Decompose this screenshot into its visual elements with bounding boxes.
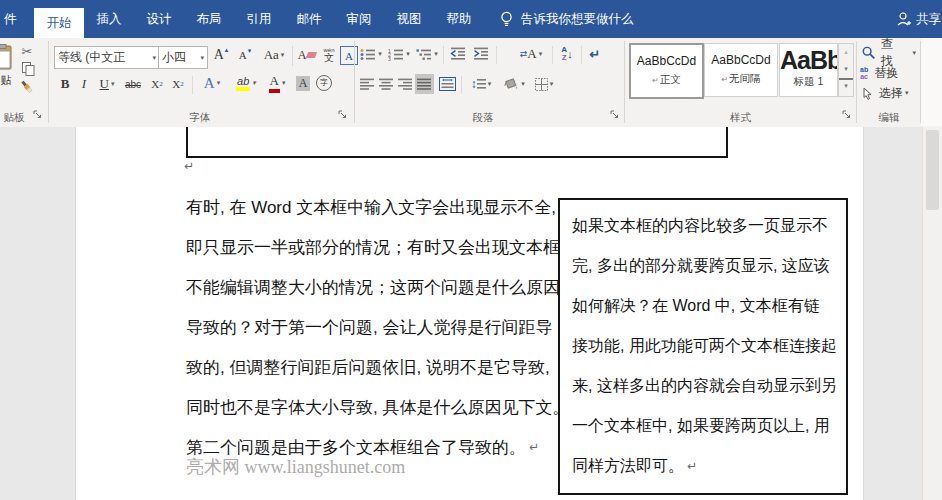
superscript-button[interactable]: X2 [168, 74, 188, 94]
asian-layout-arrows: ⇄ [520, 49, 528, 59]
text-line[interactable]: 接功能, 用此功能可两个文本框连接起 [572, 326, 834, 366]
italic-button[interactable]: I [76, 74, 92, 94]
tab-insert[interactable]: 插入 [84, 0, 134, 38]
document-page[interactable]: ↵ 有时, 在 Word 文本框中输入文字会出现显示不全, 即只显示一半或部分的… [75, 127, 864, 500]
text-line[interactable]: 来, 这样多出的内容就会自动显示到另 [572, 366, 834, 406]
line-spacing-lines [477, 78, 486, 90]
text-line[interactable]: 完, 多出的部分就要跨页显示, 这应该 [572, 246, 834, 286]
text-effects-button[interactable]: A▾ [197, 72, 227, 94]
bullets-button[interactable]: ▾ [358, 45, 384, 63]
style-card-no-spacing[interactable]: AaBbCcDd ↵无间隔 [704, 43, 778, 97]
phonetic-guide-button[interactable]: wén文 [319, 42, 339, 68]
clipboard-dialog-launcher[interactable] [33, 110, 43, 120]
character-shading-button[interactable]: A [294, 74, 312, 92]
paste-button[interactable] [0, 42, 16, 72]
character-border-button[interactable]: A [340, 46, 358, 65]
shading-button[interactable]: ▾ [500, 74, 528, 94]
align-center-icon [379, 78, 394, 90]
tell-me-box[interactable]: 告诉我你想要做什么 [500, 0, 634, 38]
share-button[interactable]: 共享 [896, 0, 942, 38]
justify-button[interactable] [415, 74, 434, 94]
format-painter-icon[interactable] [18, 79, 36, 95]
tab-view[interactable]: 视图 [384, 0, 434, 38]
multilevel-list-button[interactable]: ▾ [414, 45, 440, 63]
text-line[interactable]: 同样方法即可。↵ [572, 446, 834, 486]
clear-formatting-button[interactable]: A [296, 44, 318, 66]
cut-icon[interactable]: ✂ [18, 43, 36, 59]
text-line[interactable]: 有时, 在 Word 文本框中输入文字会出现显示不全, [186, 187, 566, 227]
text-line[interactable]: 同时也不是字体大小导致, 具体是什么原因见下文。 [186, 387, 566, 427]
text-line[interactable]: 致的, 但调整行间距后问题依旧, 说明不是它导致, [186, 347, 566, 387]
tab-references[interactable]: 引用 [234, 0, 284, 38]
replace-button[interactable]: abac 替换 [860, 65, 914, 81]
distribute-button[interactable] [437, 74, 457, 94]
vertical-scrollbar[interactable] [922, 127, 942, 500]
text-line-content: 同样方法即可。 [572, 456, 684, 477]
font-dialog-launcher[interactable] [338, 110, 348, 120]
decrease-indent-button[interactable] [447, 45, 469, 63]
eraser-icon [306, 52, 317, 58]
shrink-font-button[interactable]: A▾ [234, 44, 256, 66]
font-name-combo[interactable]: 等线 (中文正 ▾ [54, 46, 160, 69]
text-line[interactable]: 一个文本框中, 如果要跨两页以上, 用 [572, 406, 834, 446]
paragraph-mark-icon: ↵ [652, 76, 659, 85]
tab-help[interactable]: 帮助 [434, 0, 484, 38]
body-text[interactable]: 有时, 在 Word 文本框中输入文字会出现显示不全, 即只显示一半或部分的情况… [186, 187, 566, 467]
ribbon-cut-edge [921, 38, 942, 126]
borders-button[interactable]: ▾ [530, 74, 558, 94]
tab-mailings[interactable]: 邮件 [284, 0, 334, 38]
paste-label[interactable]: 贴 [0, 72, 16, 88]
share-label: 共享 [916, 11, 941, 28]
paragraph-mark: ↵ [687, 459, 697, 473]
highlight-color-button[interactable]: ab▾ [231, 72, 261, 94]
strikethrough-button[interactable]: abc [122, 74, 144, 94]
enclose-characters-button[interactable]: 字 [315, 74, 333, 92]
chevron-down-icon: ▾ [550, 80, 554, 88]
increase-indent-button[interactable] [470, 45, 492, 63]
align-right-button[interactable] [396, 75, 414, 93]
tab-file[interactable]: 件 [0, 0, 34, 38]
text-line[interactable]: 导致的？对于第一个问题, 会让人觉得是行间距导 [186, 307, 566, 347]
font-size-combo[interactable]: 小四 ▾ [158, 46, 208, 69]
style-preview: AaBbCcDd [705, 53, 777, 67]
text-line[interactable]: 不能编辑调整大小的情况；这两个问题是什么原因 [186, 267, 566, 307]
style-name-text: 标题 1 [780, 75, 837, 89]
scrollbar-thumb[interactable] [926, 130, 939, 210]
tab-design[interactable]: 设计 [134, 0, 184, 38]
bold-button[interactable]: B [56, 74, 74, 94]
style-name: ↵正文 [631, 73, 702, 87]
text-line[interactable]: 如果文本框的内容比较多一页显示不 [572, 206, 834, 246]
align-left-button[interactable] [358, 75, 376, 93]
change-case-glyph: Aa [264, 47, 279, 63]
line-spacing-button[interactable]: ↕ ▾ [466, 74, 496, 94]
tab-home[interactable]: 开始 [34, 8, 84, 38]
select-button[interactable]: 选择 ▾ [862, 85, 916, 101]
tab-review[interactable]: 审阅 [334, 0, 384, 38]
top-textbox[interactable] [186, 127, 728, 158]
style-card-normal[interactable]: AaBbCcDd ↵正文 [629, 43, 704, 99]
subscript-button[interactable]: X2 [147, 74, 167, 94]
underline-button[interactable]: U▾ [94, 74, 120, 94]
copy-icon[interactable] [19, 61, 37, 77]
linked-textbox[interactable]: 如果文本框的内容比较多一页显示不 完, 多出的部分就要跨页显示, 这应该 如何解… [558, 198, 848, 495]
styles-more-button[interactable]: ▾ [839, 78, 853, 94]
chevron-down-icon: ▾ [539, 50, 543, 58]
text-line[interactable]: 如何解决？在 Word 中, 文本框有链 [572, 286, 834, 326]
sort-button[interactable]: AZ ↓ [556, 43, 578, 65]
numbering-button[interactable]: 123 ▾ [386, 45, 412, 63]
show-marks-button[interactable]: ↵ [585, 43, 605, 65]
tab-layout[interactable]: 布局 [184, 0, 234, 38]
styles-dialog-launcher[interactable] [842, 110, 852, 120]
asian-layout-button[interactable]: ⇄ A ▾ [514, 44, 548, 64]
grow-font-button[interactable]: A▴ [210, 44, 232, 66]
text-line[interactable]: 即只显示一半或部分的情况；有时又会出现文本框 [186, 227, 566, 267]
paragraph-dialog-launcher[interactable] [610, 110, 620, 120]
search-icon [862, 46, 876, 60]
down-caret-icon: ▾ [248, 47, 252, 55]
find-button[interactable]: 查找 ▾ [862, 45, 916, 61]
change-case-button[interactable]: Aa▾ [258, 44, 290, 66]
style-card-heading1[interactable]: AaBb 标题 1 [779, 43, 838, 97]
align-center-button[interactable] [377, 75, 395, 93]
font-color-button[interactable]: A▾ [263, 72, 291, 94]
font-size-value: 小四 [162, 49, 186, 66]
